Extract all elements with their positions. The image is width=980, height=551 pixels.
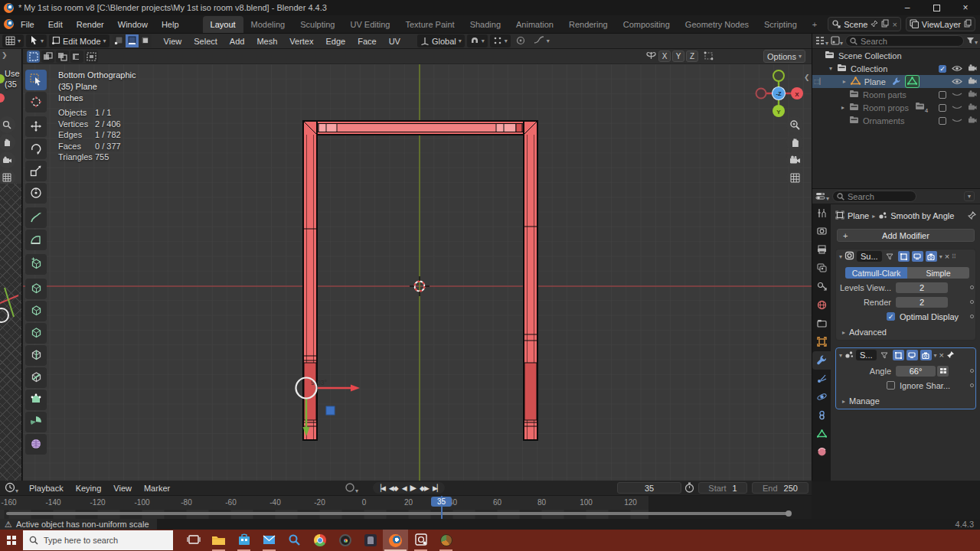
- add-workspace-button[interactable]: +: [805, 16, 825, 33]
- modifier1-name-field[interactable]: Su...: [857, 251, 882, 262]
- strip-pan-hand-icon[interactable]: [0, 134, 15, 151]
- catmull-clark-button[interactable]: Catmull-Clark: [845, 267, 907, 279]
- taskbar-app-task-view[interactable]: [181, 530, 206, 551]
- cursor-tool-button[interactable]: [25, 92, 47, 112]
- eye-closed-icon[interactable]: [952, 103, 962, 112]
- viewport-menu-view[interactable]: View: [158, 37, 188, 46]
- manage-subpanel-toggle[interactable]: ▸Manage: [842, 396, 975, 406]
- mirror-x-button[interactable]: X: [658, 51, 671, 62]
- outliner-filter-icon[interactable]: ▾: [966, 37, 978, 46]
- navigation-axis-gizmo[interactable]: X Y -Z: [746, 65, 811, 122]
- secondary-viewport-strip[interactable]: ❯ Use (35: [0, 49, 22, 481]
- pin-icon[interactable]: [946, 350, 955, 360]
- timeline-menu-marker[interactable]: Marker: [138, 484, 176, 493]
- taskbar-app-photos-app[interactable]: [358, 530, 383, 551]
- outliner-row-scene-collection[interactable]: Scene Collection: [812, 49, 980, 62]
- menu-file[interactable]: File: [14, 18, 41, 31]
- properties-tab-material[interactable]: [812, 443, 831, 461]
- eye-closed-icon[interactable]: [952, 116, 962, 126]
- camera-visibility-icon[interactable]: [968, 90, 977, 99]
- zoom-button[interactable]: [786, 116, 803, 133]
- modifier2-header[interactable]: ▾ S... ▾ ×: [836, 348, 975, 362]
- taskbar-app-chrome[interactable]: [307, 530, 332, 551]
- move-tool-button[interactable]: [25, 116, 47, 137]
- selectable-checkbox[interactable]: [939, 104, 946, 112]
- outliner-row-plane[interactable]: ⬚▏▸Plane: [812, 75, 980, 88]
- smooth-tool-button[interactable]: [25, 434, 47, 455]
- start-button[interactable]: [0, 530, 23, 551]
- expand-closed-icon[interactable]: ▸: [841, 104, 849, 111]
- correct-face-attributes-icon[interactable]: [704, 51, 714, 62]
- modifier-extras-dropdown[interactable]: ▾: [934, 352, 937, 359]
- tab-compositing[interactable]: Compositing: [616, 16, 678, 33]
- tab-uv-editing[interactable]: UV Editing: [342, 16, 397, 33]
- levels-viewport-field[interactable]: 2: [896, 282, 948, 293]
- viewport-menu-uv[interactable]: UV: [383, 37, 407, 46]
- outliner-display-mode-icon[interactable]: ▾: [831, 36, 843, 47]
- render-display-toggle[interactable]: [926, 251, 937, 262]
- auto-keying-toggle[interactable]: ▾: [345, 482, 358, 494]
- angle-field[interactable]: 66°: [896, 366, 936, 377]
- vertex-group-filter-icon[interactable]: [884, 251, 896, 262]
- mode-dropdown[interactable]: Edit Mode▾: [49, 34, 109, 47]
- viewport-menu-add[interactable]: Add: [224, 37, 251, 46]
- editmode-display-toggle[interactable]: [893, 350, 904, 360]
- maximize-button[interactable]: [922, 0, 951, 15]
- bevel-tool-button[interactable]: [25, 323, 47, 344]
- realtime-display-toggle[interactable]: [912, 251, 923, 262]
- properties-tab-output[interactable]: [812, 241, 831, 259]
- render-levels-field[interactable]: 2: [896, 297, 948, 308]
- menu-edit[interactable]: Edit: [41, 18, 70, 31]
- jump-to-end-button[interactable]: ▶▏: [433, 484, 442, 492]
- eye-open-icon[interactable]: [952, 64, 962, 73]
- drag-handle-icon[interactable]: ⠿: [952, 253, 957, 260]
- selectable-checkbox[interactable]: [939, 91, 946, 99]
- timeline-menu-playback[interactable]: Playback: [23, 484, 70, 493]
- optimal-display-checkbox[interactable]: ✓: [887, 312, 895, 321]
- viewport-menu-edge[interactable]: Edge: [319, 37, 351, 46]
- loop-cut-tool-button[interactable]: [25, 345, 47, 366]
- properties-tab-view-layer[interactable]: [812, 259, 831, 278]
- editmode-display-toggle[interactable]: [898, 251, 910, 262]
- select-extend-icon[interactable]: [41, 51, 54, 63]
- timeline-menu-view[interactable]: View: [107, 484, 138, 493]
- camera-visibility-icon[interactable]: [968, 103, 977, 112]
- selectable-checkbox[interactable]: [939, 117, 946, 125]
- taskbar-app-search-app[interactable]: [282, 530, 307, 551]
- snap-target-dropdown[interactable]: ▾: [490, 34, 511, 47]
- outliner-editor-icon[interactable]: ▾: [815, 36, 828, 47]
- proportional-edit-toggle[interactable]: [513, 34, 528, 47]
- properties-editor-icon[interactable]: ▾: [815, 191, 829, 202]
- breadcrumb-object[interactable]: Plane: [848, 211, 869, 220]
- expand-open-icon[interactable]: ▾: [829, 65, 837, 72]
- collapse-icon[interactable]: ▾: [839, 352, 842, 359]
- timeline-scrollbar[interactable]: [6, 512, 790, 515]
- properties-tab-particles[interactable]: [812, 370, 831, 388]
- viewport-menu-vertex[interactable]: Vertex: [283, 37, 319, 46]
- camera-view-button[interactable]: [786, 152, 803, 168]
- taskbar-app-blender[interactable]: [383, 530, 408, 551]
- vertex-group-filter-icon[interactable]: [879, 350, 890, 360]
- annotate-tool-button[interactable]: [25, 207, 47, 228]
- viewport-menu-mesh[interactable]: Mesh: [250, 37, 283, 46]
- viewport-menu-select[interactable]: Select: [188, 37, 224, 46]
- properties-tab-modifiers[interactable]: [812, 351, 831, 370]
- options-dropdown[interactable]: Options▾: [763, 50, 805, 63]
- scene-selector[interactable]: Scene ×: [828, 17, 901, 31]
- viewport-menu-face[interactable]: Face: [351, 37, 382, 46]
- properties-options-dropdown[interactable]: ▾: [964, 191, 975, 201]
- properties-tab-world[interactable]: [812, 296, 831, 315]
- tab-animation[interactable]: Animation: [508, 16, 561, 33]
- properties-tab-object[interactable]: [812, 333, 831, 351]
- 3d-viewport[interactable]: 9.03° X Y Z Optio: [23, 49, 812, 481]
- modifier-close-icon[interactable]: ×: [945, 252, 949, 261]
- next-keyframe-button[interactable]: ◆▶: [420, 484, 429, 492]
- previous-keyframe-button[interactable]: ◀◆: [389, 484, 398, 492]
- copy-icon[interactable]: [881, 19, 889, 29]
- taskbar-app-wheel-app[interactable]: [332, 530, 358, 551]
- inset-tool-button[interactable]: [25, 301, 47, 321]
- render-display-toggle[interactable]: [920, 350, 932, 360]
- jump-to-start-button[interactable]: ▕◀: [376, 484, 385, 492]
- select-intersect-icon[interactable]: [85, 51, 98, 63]
- tab-geometry-nodes[interactable]: Geometry Nodes: [678, 16, 756, 33]
